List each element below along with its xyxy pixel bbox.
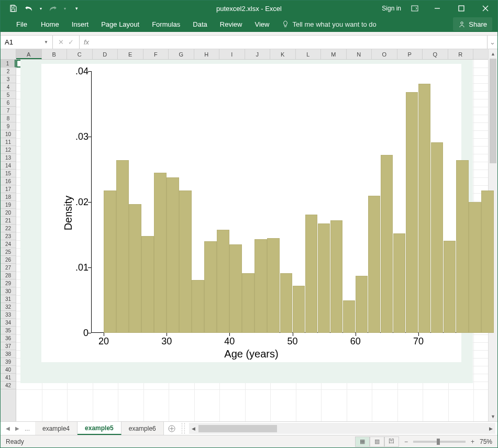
column-header-O[interactable]: O — [372, 49, 397, 59]
formula-input[interactable] — [93, 36, 487, 49]
cell-area[interactable]: Density Age (years) 0.01.02.03.042030405… — [16, 60, 488, 421]
column-header-E[interactable]: E — [118, 49, 143, 59]
column-header-L[interactable]: L — [296, 49, 322, 59]
ribbon-tab-formulas[interactable]: Formulas — [146, 16, 186, 32]
row-header-20[interactable]: 20 — [1, 209, 16, 217]
horizontal-scroll-track[interactable] — [198, 425, 486, 432]
enter-formula-button[interactable]: ✓ — [68, 38, 74, 46]
scroll-down-arrow[interactable]: ▼ — [489, 412, 497, 421]
column-header-H[interactable]: H — [194, 49, 220, 59]
scroll-left-arrow[interactable]: ◀ — [189, 426, 198, 431]
column-header-B[interactable]: B — [42, 49, 68, 59]
redo-button[interactable] — [47, 2, 59, 15]
cancel-formula-button[interactable]: ✕ — [58, 38, 64, 46]
zoom-slider[interactable] — [413, 441, 466, 443]
sheet-tabs-ellipsis[interactable]: ... — [25, 425, 30, 432]
undo-button[interactable] — [23, 2, 35, 15]
redo-dropdown[interactable]: ▾ — [62, 2, 68, 15]
scroll-right-arrow[interactable]: ▶ — [486, 426, 495, 431]
row-header-26[interactable]: 26 — [1, 256, 16, 264]
undo-dropdown[interactable]: ▾ — [38, 2, 43, 15]
row-header-29[interactable]: 29 — [1, 279, 16, 287]
column-header-K[interactable]: K — [270, 49, 296, 59]
customize-qat-dropdown[interactable]: ▾ — [73, 2, 80, 15]
tell-me-search[interactable]: Tell me what you want to do — [282, 20, 376, 28]
column-header-R[interactable]: R — [448, 49, 474, 59]
row-header-14[interactable]: 14 — [1, 162, 16, 170]
close-button[interactable] — [473, 1, 497, 16]
row-header-18[interactable]: 18 — [1, 193, 16, 201]
file-tab[interactable]: File — [9, 16, 35, 32]
row-header-15[interactable]: 15 — [1, 170, 16, 177]
new-sheet-button[interactable] — [164, 422, 180, 435]
ribbon-display-options-button[interactable] — [408, 2, 421, 15]
row-header-11[interactable]: 11 — [1, 138, 16, 146]
sheet-nav-prev[interactable]: ◀ — [6, 425, 10, 431]
row-header-25[interactable]: 25 — [1, 248, 16, 256]
row-header-37[interactable]: 37 — [1, 342, 16, 350]
name-box-dropdown-icon[interactable]: ▼ — [44, 40, 48, 44]
row-header-23[interactable]: 23 — [1, 232, 16, 240]
row-header-19[interactable]: 19 — [1, 201, 16, 209]
page-layout-view-button[interactable]: ▥ — [370, 436, 384, 447]
column-header-Q[interactable]: Q — [423, 49, 448, 59]
sheet-nav-next[interactable]: ▶ — [15, 425, 19, 431]
zoom-out-button[interactable]: − — [404, 438, 408, 445]
ribbon-tab-review[interactable]: Review — [214, 16, 249, 32]
normal-view-button[interactable]: ▦ — [355, 436, 370, 447]
sheet-tab-example4[interactable]: example4 — [35, 422, 78, 435]
row-header-9[interactable]: 9 — [1, 122, 16, 130]
column-header-F[interactable]: F — [143, 49, 169, 59]
horizontal-scrollbar[interactable]: ◀ ▶ — [189, 423, 495, 434]
name-box[interactable]: A1 ▼ — [1, 36, 53, 49]
row-header-30[interactable]: 30 — [1, 287, 16, 295]
row-header-27[interactable]: 27 — [1, 264, 16, 272]
column-header-D[interactable]: D — [93, 49, 118, 59]
row-header-24[interactable]: 24 — [1, 240, 16, 248]
column-header-C[interactable]: C — [67, 49, 93, 59]
column-header-N[interactable]: N — [347, 49, 372, 59]
row-header-4[interactable]: 4 — [1, 83, 16, 91]
zoom-in-button[interactable]: + — [471, 438, 474, 445]
column-header-A[interactable]: A — [16, 49, 42, 59]
ribbon-tab-page-layout[interactable]: Page Layout — [95, 16, 146, 32]
share-button[interactable]: Share — [453, 17, 492, 31]
maximize-button[interactable] — [449, 1, 473, 16]
embedded-chart[interactable]: Density Age (years) 0.01.02.03.042030405… — [20, 60, 473, 383]
row-header-12[interactable]: 12 — [1, 146, 16, 154]
zoom-slider-thumb[interactable] — [437, 439, 440, 445]
row-header-32[interactable]: 32 — [1, 303, 16, 311]
select-all-corner[interactable] — [1, 49, 16, 60]
row-header-7[interactable]: 7 — [1, 107, 16, 115]
row-header-33[interactable]: 33 — [1, 311, 16, 319]
row-header-35[interactable]: 35 — [1, 327, 16, 334]
minimize-button[interactable] — [425, 1, 449, 16]
horizontal-scroll-thumb[interactable] — [198, 425, 277, 432]
row-header-3[interactable]: 3 — [1, 75, 16, 83]
column-header-G[interactable]: G — [169, 49, 194, 59]
ribbon-tab-home[interactable]: Home — [35, 16, 65, 32]
row-header-34[interactable]: 34 — [1, 319, 16, 327]
row-header-28[interactable]: 28 — [1, 272, 16, 279]
column-header-I[interactable]: I — [219, 49, 245, 59]
row-header-38[interactable]: 38 — [1, 350, 16, 358]
sign-in-link[interactable]: Sign in — [382, 5, 401, 12]
page-break-view-button[interactable]: 凹 — [384, 436, 399, 447]
sheet-tab-example6[interactable]: example6 — [121, 422, 164, 435]
ribbon-tab-insert[interactable]: Insert — [65, 16, 95, 32]
tab-scroll-split[interactable] — [182, 423, 185, 434]
row-header-17[interactable]: 17 — [1, 185, 16, 193]
column-header-P[interactable]: P — [397, 49, 423, 59]
row-header-42[interactable]: 42 — [1, 382, 16, 389]
row-header-13[interactable]: 13 — [1, 154, 16, 162]
column-header-J[interactable]: J — [245, 49, 271, 59]
row-header-8[interactable]: 8 — [1, 115, 16, 122]
row-header-2[interactable]: 2 — [1, 68, 16, 75]
row-header-22[interactable]: 22 — [1, 225, 16, 232]
sheet-tab-example5[interactable]: example5 — [78, 422, 121, 435]
scroll-up-arrow[interactable]: ▲ — [489, 49, 497, 59]
row-header-6[interactable]: 6 — [1, 99, 16, 107]
row-header-36[interactable]: 36 — [1, 334, 16, 342]
zoom-level[interactable]: 75% — [480, 438, 492, 445]
ribbon-tab-data[interactable]: Data — [186, 16, 213, 32]
